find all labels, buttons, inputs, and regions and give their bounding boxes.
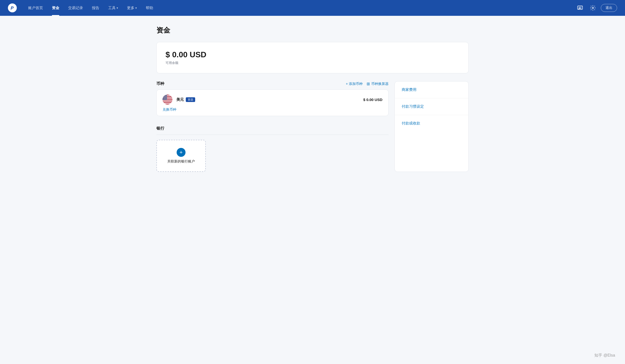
svg-point-17	[165, 95, 165, 95]
currency-name: 美元 首选	[176, 97, 359, 102]
svg-point-26	[165, 96, 165, 97]
currency-section-header: 币种 + 添加币种 ⊞ 币种换算器	[156, 81, 389, 87]
currency-row: 美元 首选 $ 0.00 USD	[162, 94, 382, 104]
nav-right: 退出	[575, 3, 617, 13]
currency-balance: $ 0.00 USD	[363, 97, 382, 102]
svg-point-24	[163, 96, 163, 97]
watermark: 知乎 @Elsa	[594, 353, 615, 358]
svg-rect-12	[162, 101, 172, 102]
svg-point-43	[164, 99, 164, 99]
content-row: 币种 + 添加币种 ⊞ 币种换算器	[156, 81, 469, 172]
nav-item-funds[interactable]: 资金	[47, 0, 64, 16]
page-title: 资金	[156, 26, 469, 35]
currency-section-actions: + 添加币种 ⊞ 币种换算器	[346, 82, 389, 86]
nav-item-help[interactable]: 帮助	[141, 0, 157, 16]
svg-point-46	[166, 99, 167, 99]
payment-preferences-link[interactable]: 付款习惯设定	[395, 98, 469, 115]
currency-section-title: 币种	[156, 81, 164, 87]
svg-rect-2	[578, 6, 583, 9]
chevron-down-icon: ▾	[117, 6, 118, 10]
svg-point-20	[163, 95, 164, 96]
logout-button[interactable]: 退出	[601, 4, 617, 12]
svg-rect-8	[162, 95, 172, 96]
svg-rect-13	[162, 103, 172, 104]
svg-point-19	[166, 95, 167, 95]
gear-icon	[590, 5, 596, 11]
navbar: P 账户首页 资金 交易记录 报告 工具 ▾ 更多 ▾ 帮助	[0, 0, 625, 16]
svg-point-30	[164, 97, 165, 97]
nav-item-tools[interactable]: 工具 ▾	[104, 0, 123, 16]
add-bank-icon: +	[177, 148, 186, 157]
message-button[interactable]	[575, 3, 585, 13]
svg-point-28	[166, 96, 167, 97]
svg-point-29	[163, 97, 164, 97]
nav-item-more[interactable]: 更多 ▾	[123, 0, 141, 16]
svg-point-44	[165, 99, 165, 99]
settings-button[interactable]	[588, 3, 598, 13]
svg-point-31	[165, 97, 166, 97]
converter-icon: ⊞	[367, 82, 370, 86]
svg-point-42	[163, 99, 163, 99]
bank-card-area: + 关联新的银行账户	[156, 140, 389, 172]
svg-point-18	[166, 95, 166, 95]
svg-point-38	[163, 98, 164, 99]
nav-menu: 账户首页 资金 交易记录 报告 工具 ▾ 更多 ▾ 帮助	[24, 0, 575, 16]
bank-section: 银行 + 关联新的银行账户	[156, 126, 389, 172]
svg-point-22	[165, 95, 166, 96]
currency-info: 美元 首选	[176, 97, 359, 102]
svg-point-33	[163, 97, 163, 98]
bank-section-title: 银行	[156, 126, 389, 135]
svg-point-15	[163, 95, 163, 95]
svg-point-41	[166, 98, 166, 99]
right-panel: 商家费用 付款习惯设定 付款或收款	[395, 81, 469, 172]
nav-item-transactions[interactable]: 交易记录	[64, 0, 88, 16]
paypal-logo-icon: P	[8, 3, 17, 12]
svg-point-27	[166, 96, 166, 97]
svg-point-40	[165, 98, 166, 99]
svg-point-36	[166, 97, 166, 98]
add-currency-label: + 添加币种	[346, 82, 363, 86]
add-bank-label: 关联新的银行账户	[167, 159, 195, 164]
balance-label: 可用余额	[165, 61, 460, 65]
svg-point-37	[166, 97, 167, 98]
preferred-badge: 首选	[186, 97, 195, 102]
currency-flag	[162, 94, 172, 104]
svg-point-34	[164, 97, 164, 98]
svg-point-45	[166, 99, 166, 99]
message-icon	[577, 5, 583, 11]
currency-card: 美元 首选 $ 0.00 USD 兑换币种	[156, 90, 389, 116]
add-currency-link[interactable]: + 添加币种	[346, 82, 363, 86]
navbar-logo[interactable]: P	[8, 3, 17, 12]
svg-point-35	[165, 97, 165, 98]
chevron-down-icon: ▾	[135, 6, 137, 10]
balance-card: $ 0.00 USD 可用余额	[156, 42, 469, 73]
svg-point-21	[164, 95, 165, 96]
svg-text:P: P	[11, 6, 14, 11]
merchant-fees-link[interactable]: 商家费用	[395, 82, 469, 98]
svg-point-39	[164, 98, 165, 99]
left-panel: 币种 + 添加币种 ⊞ 币种换算器	[156, 81, 389, 172]
svg-point-23	[166, 95, 166, 96]
svg-point-16	[164, 95, 164, 95]
svg-point-32	[166, 97, 166, 97]
exchange-currency-link[interactable]: 兑换币种	[162, 107, 176, 112]
nav-item-home[interactable]: 账户首页	[24, 0, 47, 16]
balance-amount: $ 0.00 USD	[165, 50, 460, 59]
nav-item-reports[interactable]: 报告	[88, 0, 104, 16]
currency-converter-label: 币种换算器	[371, 82, 389, 86]
svg-point-25	[164, 96, 164, 97]
svg-point-5	[592, 7, 594, 9]
pay-receive-link[interactable]: 付款或收款	[395, 115, 469, 132]
svg-rect-11	[162, 100, 172, 101]
currency-converter-link[interactable]: ⊞ 币种换算器	[367, 82, 389, 86]
add-bank-card[interactable]: + 关联新的银行账户	[156, 140, 206, 172]
main-container: 资金 $ 0.00 USD 可用余额 币种 + 添加币种 ⊞ 币种换算器	[145, 16, 480, 197]
